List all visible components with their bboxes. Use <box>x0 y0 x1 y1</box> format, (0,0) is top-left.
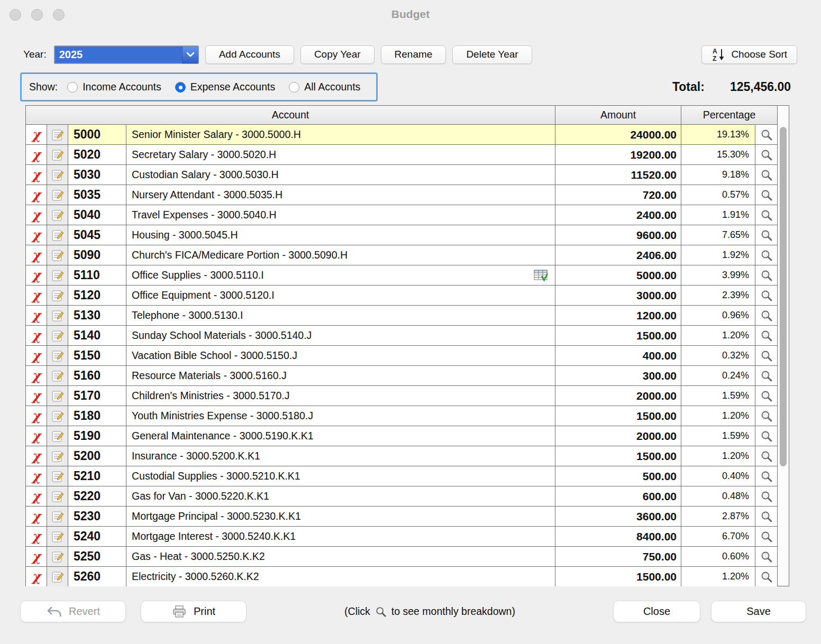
delete-row-icon[interactable] <box>32 289 40 302</box>
amount-cell[interactable]: 5000.00 <box>555 265 681 286</box>
table-row[interactable]: 5180 Youth Ministries Expense - 3000.518… <box>26 406 778 426</box>
edit-row-icon[interactable] <box>51 409 65 423</box>
table-row[interactable]: 5040 Travel Expenses - 3000.5040.H 2400.… <box>26 205 778 225</box>
amount-cell[interactable]: 1200.00 <box>555 306 681 326</box>
edit-row-icon[interactable] <box>51 309 65 323</box>
delete-row-icon[interactable] <box>32 249 40 262</box>
magnifier-icon[interactable] <box>760 349 773 362</box>
magnifier-icon[interactable] <box>760 470 773 483</box>
table-row[interactable]: 5020 Secretary Salary - 3000.5020.H 1920… <box>26 145 778 165</box>
edit-row-icon[interactable] <box>51 269 65 282</box>
table-row[interactable]: 5170 Children's Ministries - 3000.5170.J… <box>26 386 778 406</box>
delete-row-icon[interactable] <box>32 409 40 422</box>
magnifier-icon[interactable] <box>760 450 773 463</box>
edit-row-icon[interactable] <box>51 570 65 584</box>
magnifier-icon[interactable] <box>760 390 773 402</box>
magnifier-icon[interactable] <box>760 550 773 563</box>
delete-row-icon[interactable] <box>32 148 40 161</box>
scrollbar-thumb[interactable] <box>780 127 787 466</box>
amount-cell[interactable]: 300.00 <box>555 366 681 386</box>
edit-row-icon[interactable] <box>51 510 65 523</box>
print-button[interactable]: Print <box>141 601 247 622</box>
edit-row-icon[interactable] <box>51 389 65 403</box>
amount-cell[interactable]: 9600.00 <box>555 225 681 245</box>
edit-row-icon[interactable] <box>51 188 65 202</box>
amount-cell[interactable]: 1500.00 <box>555 326 681 346</box>
close-button[interactable]: Close <box>613 601 700 622</box>
edit-row-icon[interactable] <box>51 208 65 222</box>
magnifier-icon[interactable] <box>760 249 773 262</box>
amount-cell[interactable]: 19200.00 <box>555 145 681 165</box>
amount-cell[interactable]: 500.00 <box>555 466 681 486</box>
edit-row-icon[interactable] <box>51 490 65 503</box>
edit-row-icon[interactable] <box>51 429 65 443</box>
magnifier-icon[interactable] <box>760 510 773 523</box>
delete-row-icon[interactable] <box>32 168 40 181</box>
close-window-button[interactable] <box>10 9 21 21</box>
edit-row-icon[interactable] <box>51 329 65 343</box>
amount-cell[interactable]: 24000.00 <box>555 125 681 145</box>
delete-row-icon[interactable] <box>32 510 40 523</box>
edit-row-icon[interactable] <box>51 168 65 182</box>
table-row[interactable]: 5000 Senior Minister Salary - 3000.5000.… <box>26 125 778 145</box>
delete-row-icon[interactable] <box>32 309 40 322</box>
table-row[interactable]: 5230 Mortgage Principal - 3000.5230.K.K1… <box>26 507 778 527</box>
edit-row-icon[interactable] <box>51 148 65 162</box>
magnifier-icon[interactable] <box>760 269 773 282</box>
magnifier-icon[interactable] <box>760 189 773 201</box>
amount-cell[interactable]: 400.00 <box>555 346 681 366</box>
edit-row-icon[interactable] <box>51 128 65 142</box>
magnifier-icon[interactable] <box>760 128 773 141</box>
amount-cell[interactable]: 750.00 <box>555 547 681 567</box>
amount-cell[interactable]: 1500.00 <box>555 446 681 466</box>
edit-row-icon[interactable] <box>51 228 65 242</box>
magnifier-icon[interactable] <box>760 530 773 543</box>
delete-row-icon[interactable] <box>32 429 40 443</box>
radio-all-accounts[interactable]: All Accounts <box>289 81 360 93</box>
amount-cell[interactable]: 2000.00 <box>555 386 681 406</box>
vertical-scrollbar[interactable] <box>778 105 789 586</box>
magnifier-icon[interactable] <box>760 309 773 322</box>
table-row[interactable]: 5210 Custodial Supplies - 3000.5210.K.K1… <box>26 466 778 486</box>
amount-cell[interactable]: 720.00 <box>555 185 681 205</box>
edit-row-icon[interactable] <box>51 349 65 363</box>
table-row[interactable]: 5260 Electricity - 3000.5260.K.K2 1500.0… <box>26 567 778 587</box>
year-dropdown[interactable]: 2025 <box>54 45 199 64</box>
spreadsheet-icon[interactable] <box>534 270 548 281</box>
delete-row-icon[interactable] <box>32 470 40 483</box>
table-row[interactable]: 5200 Insurance - 3000.5200.K.K1 1500.00 … <box>26 446 778 466</box>
edit-row-icon[interactable] <box>51 449 65 463</box>
magnifier-icon[interactable] <box>760 490 773 503</box>
minimize-window-button[interactable] <box>31 9 43 21</box>
table-row[interactable]: 5150 Vacation Bible School - 3000.5150.J… <box>26 346 778 366</box>
magnifier-icon[interactable] <box>760 370 773 382</box>
amount-cell[interactable]: 2406.00 <box>555 245 681 265</box>
amount-cell[interactable]: 2000.00 <box>555 426 681 446</box>
copy-year-button[interactable]: Copy Year <box>300 45 375 64</box>
table-row[interactable]: 5090 Church's FICA/Medicare Portion - 30… <box>26 245 778 265</box>
delete-row-icon[interactable] <box>32 369 40 382</box>
zoom-window-button[interactable] <box>53 9 65 21</box>
table-row[interactable]: 5045 Housing - 3000.5045.H 9600.00 7.65% <box>26 225 778 245</box>
table-row[interactable]: 5110 Office Supplies - 3000.5110.I 5000.… <box>26 265 778 286</box>
table-row[interactable]: 5220 Gas for Van - 3000.5220.K.K1 600.00… <box>26 486 778 507</box>
rename-button[interactable]: Rename <box>381 45 446 64</box>
edit-row-icon[interactable] <box>51 289 65 302</box>
magnifier-icon[interactable] <box>760 410 773 422</box>
amount-cell[interactable]: 8400.00 <box>555 527 681 547</box>
table-row[interactable]: 5120 Office Equipment - 3000.5120.I 3000… <box>26 286 778 306</box>
delete-row-icon[interactable] <box>32 128 40 141</box>
delete-row-icon[interactable] <box>32 349 40 362</box>
table-row[interactable]: 5160 Resource Materials - 3000.5160.J 30… <box>26 366 778 386</box>
magnifier-icon[interactable] <box>760 169 773 181</box>
edit-row-icon[interactable] <box>51 470 65 483</box>
amount-cell[interactable]: 3000.00 <box>555 286 681 306</box>
delete-row-icon[interactable] <box>32 208 40 222</box>
delete-year-button[interactable]: Delete Year <box>452 45 532 64</box>
delete-row-icon[interactable] <box>32 550 40 563</box>
magnifier-icon[interactable] <box>760 209 773 222</box>
edit-row-icon[interactable] <box>51 530 65 544</box>
amount-cell[interactable]: 3600.00 <box>555 507 681 527</box>
table-row[interactable]: 5035 Nursery Attendant - 3000.5035.H 720… <box>26 185 778 205</box>
table-row[interactable]: 5030 Custodian Salary - 3000.5030.H 1152… <box>26 165 778 185</box>
